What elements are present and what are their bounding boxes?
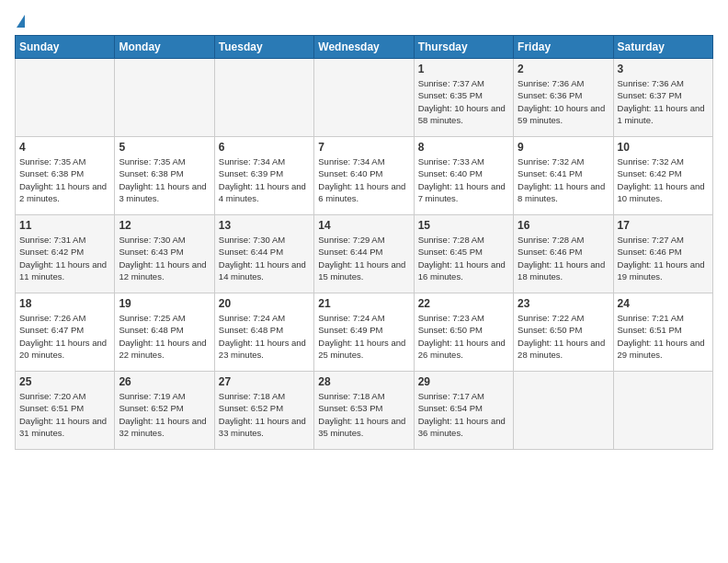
- calendar-cell: 11Sunrise: 7:31 AMSunset: 6:42 PMDayligh…: [16, 215, 115, 293]
- day-number: 18: [19, 297, 110, 310]
- day-info: Sunrise: 7:28 AMSunset: 6:46 PMDaylight:…: [518, 234, 609, 282]
- calendar-cell: 25Sunrise: 7:20 AMSunset: 6:51 PMDayligh…: [16, 372, 115, 450]
- day-info: Sunrise: 7:37 AMSunset: 6:35 PMDaylight:…: [418, 77, 509, 126]
- calendar-week-4: 18Sunrise: 7:26 AMSunset: 6:47 PMDayligh…: [16, 293, 713, 372]
- calendar-cell: 15Sunrise: 7:28 AMSunset: 6:45 PMDayligh…: [414, 215, 513, 293]
- calendar-cell: 23Sunrise: 7:22 AMSunset: 6:50 PMDayligh…: [514, 293, 613, 372]
- calendar-cell: 16Sunrise: 7:28 AMSunset: 6:46 PMDayligh…: [514, 215, 613, 293]
- calendar-week-1: 1Sunrise: 7:37 AMSunset: 6:35 PMDaylight…: [16, 59, 713, 137]
- day-number: 29: [418, 375, 509, 388]
- calendar-cell: 18Sunrise: 7:26 AMSunset: 6:47 PMDayligh…: [16, 293, 115, 372]
- day-info: Sunrise: 7:34 AMSunset: 6:39 PMDaylight:…: [219, 155, 310, 204]
- day-info: Sunrise: 7:25 AMSunset: 6:48 PMDaylight:…: [119, 312, 210, 361]
- logo-icon: [17, 15, 25, 28]
- day-number: 3: [618, 63, 709, 75]
- calendar-header-thursday: Thursday: [414, 36, 513, 59]
- header: [15, 15, 713, 28]
- calendar-cell: 7Sunrise: 7:34 AMSunset: 6:40 PMDaylight…: [314, 137, 414, 215]
- day-info: Sunrise: 7:33 AMSunset: 6:40 PMDaylight:…: [418, 155, 509, 204]
- calendar-cell: 5Sunrise: 7:35 AMSunset: 6:38 PMDaylight…: [115, 137, 214, 215]
- day-number: 17: [618, 219, 709, 232]
- day-info: Sunrise: 7:36 AMSunset: 6:37 PMDaylight:…: [618, 77, 709, 126]
- calendar-cell: [613, 372, 712, 450]
- day-info: Sunrise: 7:29 AMSunset: 6:44 PMDaylight:…: [318, 234, 409, 282]
- day-number: 28: [318, 375, 409, 388]
- day-number: 12: [119, 219, 210, 232]
- calendar-cell: 9Sunrise: 7:32 AMSunset: 6:41 PMDaylight…: [514, 137, 613, 215]
- day-number: 20: [219, 297, 310, 310]
- calendar-cell: [115, 59, 214, 137]
- day-info: Sunrise: 7:32 AMSunset: 6:41 PMDaylight:…: [518, 155, 609, 204]
- day-info: Sunrise: 7:35 AMSunset: 6:38 PMDaylight:…: [119, 155, 210, 204]
- day-info: Sunrise: 7:22 AMSunset: 6:50 PMDaylight:…: [518, 312, 609, 361]
- calendar-week-2: 4Sunrise: 7:35 AMSunset: 6:38 PMDaylight…: [16, 137, 713, 215]
- calendar-cell: 2Sunrise: 7:36 AMSunset: 6:36 PMDaylight…: [514, 59, 613, 137]
- day-number: 16: [518, 219, 609, 232]
- calendar-cell: 27Sunrise: 7:18 AMSunset: 6:52 PMDayligh…: [214, 372, 313, 450]
- day-info: Sunrise: 7:18 AMSunset: 6:53 PMDaylight:…: [318, 390, 409, 439]
- day-number: 7: [318, 141, 409, 154]
- calendar-cell: 26Sunrise: 7:19 AMSunset: 6:52 PMDayligh…: [115, 372, 214, 450]
- logo: [15, 15, 25, 28]
- day-number: 13: [219, 219, 310, 232]
- calendar-cell: 22Sunrise: 7:23 AMSunset: 6:50 PMDayligh…: [414, 293, 513, 372]
- calendar-header-tuesday: Tuesday: [214, 36, 313, 59]
- day-info: Sunrise: 7:30 AMSunset: 6:44 PMDaylight:…: [219, 234, 310, 282]
- day-number: 15: [418, 219, 509, 232]
- calendar-cell: 21Sunrise: 7:24 AMSunset: 6:49 PMDayligh…: [314, 293, 414, 372]
- day-number: 26: [119, 375, 210, 388]
- day-number: 4: [19, 141, 110, 154]
- calendar-cell: 14Sunrise: 7:29 AMSunset: 6:44 PMDayligh…: [314, 215, 414, 293]
- calendar-header-row: SundayMondayTuesdayWednesdayThursdayFrid…: [16, 36, 713, 59]
- calendar-week-5: 25Sunrise: 7:20 AMSunset: 6:51 PMDayligh…: [16, 372, 713, 450]
- day-number: 21: [318, 297, 409, 310]
- day-number: 11: [19, 219, 110, 232]
- calendar-header-sunday: Sunday: [16, 36, 115, 59]
- calendar-cell: [514, 372, 613, 450]
- calendar-header-monday: Monday: [115, 36, 214, 59]
- day-info: Sunrise: 7:21 AMSunset: 6:51 PMDaylight:…: [618, 312, 709, 361]
- calendar-week-3: 11Sunrise: 7:31 AMSunset: 6:42 PMDayligh…: [16, 215, 713, 293]
- day-number: 24: [618, 297, 709, 310]
- day-info: Sunrise: 7:24 AMSunset: 6:48 PMDaylight:…: [219, 312, 310, 361]
- calendar-cell: 12Sunrise: 7:30 AMSunset: 6:43 PMDayligh…: [115, 215, 214, 293]
- calendar-cell: 4Sunrise: 7:35 AMSunset: 6:38 PMDaylight…: [16, 137, 115, 215]
- day-number: 14: [318, 219, 409, 232]
- day-number: 2: [518, 63, 609, 75]
- calendar-cell: 28Sunrise: 7:18 AMSunset: 6:53 PMDayligh…: [314, 372, 414, 450]
- day-number: 6: [219, 141, 310, 154]
- day-number: 19: [119, 297, 210, 310]
- calendar-header-wednesday: Wednesday: [314, 36, 414, 59]
- day-info: Sunrise: 7:26 AMSunset: 6:47 PMDaylight:…: [19, 312, 110, 361]
- day-number: 8: [418, 141, 509, 154]
- day-number: 10: [618, 141, 709, 154]
- day-info: Sunrise: 7:17 AMSunset: 6:54 PMDaylight:…: [418, 390, 509, 439]
- day-info: Sunrise: 7:35 AMSunset: 6:38 PMDaylight:…: [19, 155, 110, 204]
- day-info: Sunrise: 7:31 AMSunset: 6:42 PMDaylight:…: [19, 234, 110, 282]
- day-number: 1: [418, 63, 509, 75]
- day-number: 22: [418, 297, 509, 310]
- day-number: 27: [219, 375, 310, 388]
- calendar-cell: 6Sunrise: 7:34 AMSunset: 6:39 PMDaylight…: [214, 137, 313, 215]
- calendar-cell: 17Sunrise: 7:27 AMSunset: 6:46 PMDayligh…: [613, 215, 712, 293]
- calendar-cell: 29Sunrise: 7:17 AMSunset: 6:54 PMDayligh…: [414, 372, 513, 450]
- calendar-cell: 20Sunrise: 7:24 AMSunset: 6:48 PMDayligh…: [214, 293, 313, 372]
- calendar-table: SundayMondayTuesdayWednesdayThursdayFrid…: [15, 35, 713, 450]
- day-info: Sunrise: 7:30 AMSunset: 6:43 PMDaylight:…: [119, 234, 210, 282]
- calendar-cell: [214, 59, 313, 137]
- calendar-cell: 19Sunrise: 7:25 AMSunset: 6:48 PMDayligh…: [115, 293, 214, 372]
- calendar-body: 1Sunrise: 7:37 AMSunset: 6:35 PMDaylight…: [16, 59, 713, 450]
- calendar-cell: 10Sunrise: 7:32 AMSunset: 6:42 PMDayligh…: [613, 137, 712, 215]
- day-info: Sunrise: 7:36 AMSunset: 6:36 PMDaylight:…: [518, 77, 609, 126]
- day-number: 5: [119, 141, 210, 154]
- day-info: Sunrise: 7:27 AMSunset: 6:46 PMDaylight:…: [618, 234, 709, 282]
- day-info: Sunrise: 7:18 AMSunset: 6:52 PMDaylight:…: [219, 390, 310, 439]
- day-info: Sunrise: 7:34 AMSunset: 6:40 PMDaylight:…: [318, 155, 409, 204]
- day-number: 25: [19, 375, 110, 388]
- day-number: 9: [518, 141, 609, 154]
- day-info: Sunrise: 7:32 AMSunset: 6:42 PMDaylight:…: [618, 155, 709, 204]
- day-info: Sunrise: 7:20 AMSunset: 6:51 PMDaylight:…: [19, 390, 110, 439]
- day-info: Sunrise: 7:24 AMSunset: 6:49 PMDaylight:…: [318, 312, 409, 361]
- calendar-header-saturday: Saturday: [613, 36, 712, 59]
- calendar-cell: 1Sunrise: 7:37 AMSunset: 6:35 PMDaylight…: [414, 59, 513, 137]
